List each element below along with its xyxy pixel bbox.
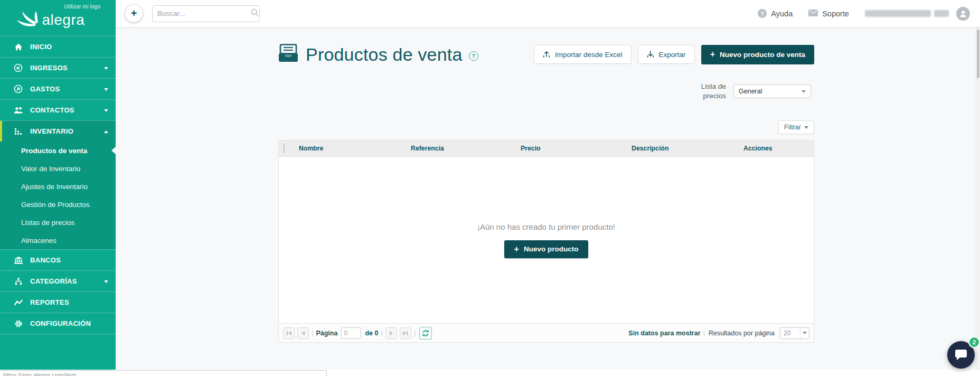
- sidebar-item-gastos[interactable]: GASTOS: [0, 78, 116, 99]
- sidebar-nav: INICIO INGRESOS GASTOS: [0, 36, 116, 334]
- sidebar-subitem-ajustes-de-inventario[interactable]: Ajustes de Inventario: [0, 177, 116, 195]
- sidebar-item-label: CONFIGURACIÓN: [30, 319, 91, 327]
- empty-state-new-product-button[interactable]: + Nuevo producto: [504, 240, 589, 258]
- user-avatar[interactable]: [956, 7, 970, 21]
- sidebar-subitem-gestion-de-productos[interactable]: Gestión de Productos: [0, 195, 116, 213]
- chevron-down-icon: [104, 67, 108, 70]
- sidebar-item-label: INICIO: [30, 43, 52, 51]
- sidebar-subitem-listas-de-precios[interactable]: Listas de precios: [0, 213, 116, 231]
- column-header-acciones: Acciones: [739, 145, 814, 152]
- per-page-label: Resultados por página: [709, 330, 775, 337]
- quick-add-button[interactable]: +: [125, 5, 143, 22]
- page-number-input[interactable]: [341, 327, 361, 339]
- empty-state-message: ¡Aún no has creado tu primer producto!: [477, 222, 615, 231]
- sidebar-subitem-valor-de-inventario[interactable]: Valor de Inventario: [0, 159, 116, 177]
- search-icon[interactable]: [251, 8, 259, 19]
- inventory-icon: [13, 127, 23, 136]
- filter-button[interactable]: Filtrar: [778, 120, 814, 134]
- alegra-logo[interactable]: alegra: [15, 10, 101, 30]
- home-icon: [13, 42, 23, 51]
- products-box-icon: [278, 44, 298, 65]
- per-page-select[interactable]: 20: [780, 327, 809, 339]
- table-header-row: Nombre Referencia Precio Descripción Acc…: [279, 140, 814, 157]
- chat-icon: [954, 349, 968, 361]
- selected-wedge: [111, 147, 116, 154]
- separator: |: [414, 329, 416, 337]
- use-my-logo-link[interactable]: Utilizar mi logo: [15, 4, 101, 10]
- alegra-swoosh-icon: [15, 10, 39, 30]
- nav-divider: [0, 334, 116, 334]
- sidebar-item-inicio[interactable]: INICIO: [0, 36, 116, 57]
- sidebar-item-reportes[interactable]: REPORTES: [0, 292, 116, 313]
- user-name-redacted[interactable]: [865, 10, 949, 17]
- sidebar-item-bancos[interactable]: BANCOS: [0, 249, 116, 270]
- subitem-label: Almacenes: [21, 237, 56, 245]
- separator: |: [312, 329, 313, 337]
- page-scrollbar[interactable]: [976, 27, 980, 370]
- subitem-label: Ajustes de Inventario: [21, 183, 88, 191]
- plus-icon: +: [710, 50, 715, 59]
- expense-icon: [13, 84, 23, 93]
- sidebar-item-categorias[interactable]: CATEGORÍAS: [0, 270, 116, 292]
- separator: |: [381, 329, 382, 337]
- sidebar: Utilizar mi logo alegra INICIO: [0, 0, 116, 370]
- scrollbar-thumb[interactable]: [977, 30, 979, 78]
- help-label: Ayuda: [771, 10, 793, 18]
- topbar: + ? Ayuda Soporte: [116, 0, 980, 27]
- column-header-nombre: Nombre: [295, 145, 407, 152]
- table-empty-state: ¡Aún no has creado tu primer producto! +…: [279, 157, 814, 323]
- chevron-down-icon: [800, 328, 809, 339]
- price-list-select[interactable]: General: [733, 84, 811, 98]
- sidebar-item-configuracion[interactable]: CONFIGURACIÓN: [0, 313, 116, 334]
- filter-label: Filtrar: [784, 124, 801, 131]
- separator: |: [703, 329, 705, 337]
- upload-icon: [543, 50, 550, 59]
- export-label: Exportar: [659, 51, 686, 59]
- sidebar-item-contactos[interactable]: CONTACTOS: [0, 99, 116, 120]
- column-header-precio: Precio: [516, 145, 627, 152]
- first-page-button[interactable]: [283, 327, 295, 339]
- gear-icon: [13, 319, 23, 328]
- column-header-descripcion: Descripción: [627, 145, 739, 152]
- sidebar-item-label: REPORTES: [30, 298, 69, 306]
- export-button[interactable]: Exportar: [638, 45, 695, 64]
- page-label: Página: [316, 330, 337, 337]
- pagination-bar: | Página de 0 | |: [279, 323, 814, 342]
- per-page-value: 20: [780, 330, 800, 337]
- import-excel-button[interactable]: Importar desde Excel: [534, 45, 632, 64]
- title-help-icon[interactable]: ?: [469, 51, 478, 61]
- page-title: Productos de venta: [306, 44, 463, 65]
- help-menu[interactable]: ? Ayuda: [758, 9, 793, 18]
- sidebar-item-label: CATEGORÍAS: [30, 277, 77, 285]
- import-label: Importar desde Excel: [555, 51, 623, 59]
- chevron-down-icon: [804, 126, 808, 129]
- no-data-label: Sin datos para mostrar: [628, 330, 700, 337]
- sidebar-subitem-productos-de-venta[interactable]: Productos de venta: [0, 142, 116, 159]
- select-all-checkbox[interactable]: [284, 143, 285, 153]
- subitem-label: Valor de Inventario: [21, 165, 80, 173]
- subitem-label: Gestión de Productos: [21, 201, 90, 209]
- last-page-button[interactable]: [400, 327, 411, 339]
- next-page-button[interactable]: [385, 327, 397, 339]
- logo-wordmark: alegra: [42, 13, 85, 27]
- download-icon: [647, 50, 654, 59]
- refresh-button[interactable]: [419, 327, 432, 340]
- sidebar-item-label: CONTACTOS: [30, 106, 74, 114]
- sidebar-item-ingresos[interactable]: INGRESOS: [0, 57, 116, 78]
- new-product-button[interactable]: + Nuevo producto de venta: [701, 45, 814, 64]
- sidebar-item-inventario[interactable]: INVENTARIO: [0, 120, 116, 142]
- help-icon: ?: [758, 9, 767, 18]
- status-url: https://app.alegra.com/item: [0, 371, 326, 376]
- plus-icon: +: [514, 245, 519, 253]
- header-actions: Importar desde Excel Exportar + Nuevo pr…: [534, 45, 814, 64]
- price-list-label: Lista de precios: [692, 82, 726, 101]
- prev-page-button[interactable]: [297, 327, 309, 339]
- sidebar-item-label: INGRESOS: [30, 64, 68, 72]
- filter-row: Filtrar: [278, 120, 814, 134]
- search-input[interactable]: [157, 10, 251, 17]
- reports-icon: [13, 298, 23, 307]
- inventory-section: INVENTARIO Productos de venta Valor de I…: [0, 120, 116, 249]
- sidebar-subitem-almacenes[interactable]: Almacenes: [0, 231, 116, 249]
- support-menu[interactable]: Soporte: [808, 10, 849, 18]
- new-product-label: Nuevo producto de venta: [720, 51, 805, 59]
